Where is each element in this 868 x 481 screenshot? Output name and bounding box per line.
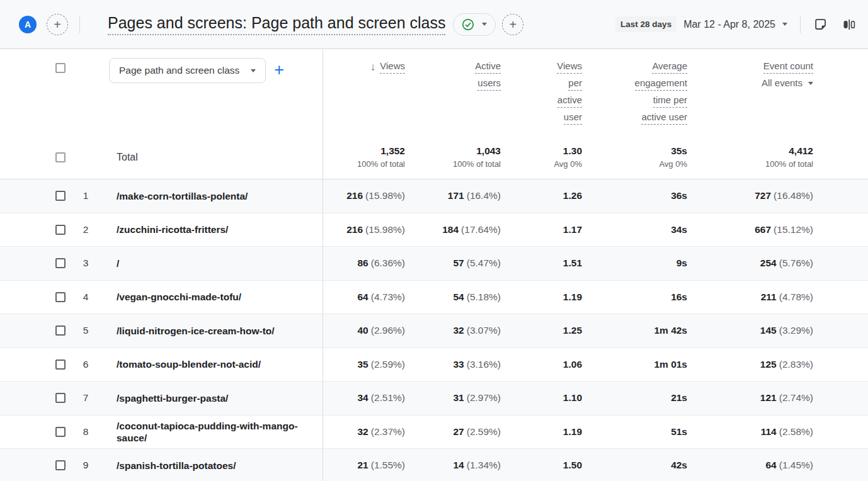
column-header-active-users[interactable]: Active users xyxy=(416,49,511,135)
add-metric-button[interactable]: + xyxy=(502,14,523,35)
row-views: 34(2.51%) xyxy=(323,382,416,415)
total-event-count: 4,412 100% of total xyxy=(698,135,824,179)
account-avatar[interactable]: A xyxy=(19,16,37,33)
row-rank: 4 xyxy=(68,281,97,314)
row-active-users: 31(2.97%) xyxy=(416,382,511,415)
row-checkbox[interactable] xyxy=(55,393,66,403)
date-preset-badge: Last 28 days xyxy=(615,16,677,32)
row-rank: 6 xyxy=(68,348,97,382)
add-dimension-button[interactable]: + xyxy=(274,61,284,79)
row-page-path[interactable]: /vegan-gnocchi-made-tofu/ xyxy=(97,281,323,314)
note-icon xyxy=(813,17,828,31)
row-active-users: 27(2.59%) xyxy=(416,416,511,449)
row-checkbox[interactable] xyxy=(55,460,66,470)
row-rank: 9 xyxy=(68,449,97,481)
column-header-avg-engagement-time[interactable]: Average engagement time per active user xyxy=(593,49,698,135)
row-views-per-user: 1.19 xyxy=(511,416,593,449)
row-checkbox[interactable] xyxy=(55,191,66,201)
column-header-views-per-active-user[interactable]: Views per active user xyxy=(511,49,593,135)
analytics-report-page: A + Pages and screens: Page path and scr… xyxy=(0,0,868,481)
row-rank: 1 xyxy=(68,179,97,213)
row-rank: 7 xyxy=(68,382,97,415)
row-event-count: 125(2.83%) xyxy=(698,348,824,382)
row-views-per-user: 1.17 xyxy=(511,213,593,247)
row-views-per-user: 1.06 xyxy=(511,348,593,382)
row-views: 21(1.55%) xyxy=(323,449,416,481)
row-event-count: 145(3.29%) xyxy=(698,314,824,348)
chevron-down-icon xyxy=(482,23,487,26)
row-active-users: 57(5.47%) xyxy=(416,247,511,280)
row-page-path[interactable]: / xyxy=(97,247,323,280)
row-page-path[interactable]: /zucchini-ricotta-fritters/ xyxy=(97,213,323,247)
row-checkbox[interactable] xyxy=(55,225,66,235)
row-avg-engagement: 34s xyxy=(593,213,698,247)
row-page-path[interactable]: /coconut-tapioca-pudding-with-mango-sauc… xyxy=(97,416,323,449)
total-avg-engagement: 35s Avg 0% xyxy=(593,135,698,179)
date-range-picker[interactable]: Mar 12 - Apr 8, 2025 xyxy=(683,19,787,30)
row-active-users: 171(16.4%) xyxy=(416,179,511,213)
row-page-path[interactable]: /liquid-nitrogen-ice-cream-how-to/ xyxy=(97,314,323,348)
row-active-users: 54(5.18%) xyxy=(416,281,511,314)
chevron-down-icon xyxy=(782,23,787,26)
event-count-label[interactable]: Event count xyxy=(763,61,813,74)
comparison-toggle-button[interactable] xyxy=(839,14,859,35)
total-views: 1,352 100% of total xyxy=(323,135,416,179)
dimension-selector-label: Page path and screen class xyxy=(119,65,239,76)
row-views-per-user: 1.25 xyxy=(511,314,593,348)
row-rank: 5 xyxy=(68,314,97,348)
row-views-per-user: 1.19 xyxy=(511,281,593,314)
row-avg-engagement: 1m 42s xyxy=(593,314,698,348)
row-checkbox[interactable] xyxy=(55,292,66,302)
table-row: 1 /make-corn-tortillas-polenta/ 216(15.9… xyxy=(0,179,868,213)
dimension-selector[interactable]: Page path and screen class xyxy=(109,58,266,83)
event-filter-dropdown[interactable]: All events xyxy=(762,78,813,88)
row-event-count: 254(5.76%) xyxy=(698,247,824,280)
column-header-views[interactable]: ↓ Views xyxy=(323,49,416,135)
row-event-count: 211(4.78%) xyxy=(698,281,824,314)
row-page-path[interactable]: /tomato-soup-blender-not-acid/ xyxy=(97,348,323,382)
row-event-count: 667(15.12%) xyxy=(698,213,824,247)
row-active-users: 14(1.34%) xyxy=(416,449,511,481)
row-views: 32(2.37%) xyxy=(323,416,416,449)
add-comparison-button[interactable]: + xyxy=(47,14,68,35)
row-rank: 2 xyxy=(68,213,97,247)
total-row: Total 1,352 100% of total 1,043 100% of … xyxy=(0,135,868,179)
report-title[interactable]: Pages and screens: Page path and screen … xyxy=(108,14,445,35)
header-divider xyxy=(800,16,801,33)
row-avg-engagement: 36s xyxy=(593,179,698,213)
total-checkbox[interactable] xyxy=(55,152,66,162)
row-views: 64(4.73%) xyxy=(323,281,416,314)
table-body: 1 /make-corn-tortillas-polenta/ 216(15.9… xyxy=(0,179,868,481)
plus-icon: + xyxy=(54,18,61,31)
row-page-path[interactable]: /make-corn-tortillas-polenta/ xyxy=(97,179,323,213)
row-checkbox[interactable] xyxy=(55,427,66,437)
chevron-down-icon xyxy=(808,82,813,85)
row-event-count: 121(2.74%) xyxy=(698,382,824,415)
row-active-users: 33(3.16%) xyxy=(416,348,511,382)
row-views: 35(2.59%) xyxy=(323,348,416,382)
row-views-per-user: 1.51 xyxy=(511,247,593,280)
row-checkbox[interactable] xyxy=(55,359,66,370)
table-row: 2 /zucchini-ricotta-fritters/ 216(15.98%… xyxy=(0,213,868,247)
row-page-path[interactable]: /spaghetti-burger-pasta/ xyxy=(97,382,323,415)
chevron-down-icon xyxy=(251,69,256,72)
report-header: A + Pages and screens: Page path and scr… xyxy=(0,0,868,49)
row-checkbox[interactable] xyxy=(55,325,66,336)
header-right-group: Last 28 days Mar 12 - Apr 8, 2025 xyxy=(615,14,859,35)
row-rank: 8 xyxy=(68,416,97,449)
notes-button[interactable] xyxy=(811,14,830,34)
table-row: 7 /spaghetti-burger-pasta/ 34(2.51%) 31(… xyxy=(0,382,868,416)
table-row: 8 /coconut-tapioca-pudding-with-mango-sa… xyxy=(0,416,868,450)
row-page-path[interactable]: /spanish-tortilla-potatoes/ xyxy=(97,449,323,481)
row-checkbox[interactable] xyxy=(55,258,66,268)
row-avg-engagement: 42s xyxy=(593,449,698,481)
row-event-count: 727(16.48%) xyxy=(698,179,824,213)
row-views: 216(15.98%) xyxy=(323,213,416,247)
column-header-event-count: Event count All events xyxy=(698,49,824,135)
table-header-row: Page path and screen class + ↓ Views Act… xyxy=(0,49,868,135)
data-quality-button[interactable] xyxy=(453,13,496,36)
comparison-panels-icon xyxy=(842,17,857,32)
select-all-checkbox[interactable] xyxy=(55,63,66,73)
row-avg-engagement: 16s xyxy=(593,281,698,314)
row-avg-engagement: 1m 01s xyxy=(593,348,698,382)
